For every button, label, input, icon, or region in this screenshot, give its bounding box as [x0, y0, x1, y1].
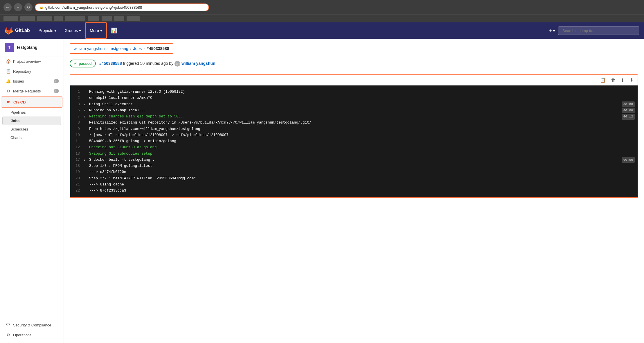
terminal-line: 1Running with gitlab-runner 12.8.0 (1b65…	[73, 89, 635, 95]
sidebar-item-merge-requests[interactable]: ⚙ Merge Requests 0	[0, 86, 64, 96]
merge-requests-icon: ⚙	[6, 89, 11, 93]
terminal-line: 21 ---> Using cache	[73, 182, 635, 188]
line-number: 11	[73, 138, 83, 144]
browser-chrome: ← → ↻ 🔒 gitlab.com/william_yangshun/test…	[0, 0, 644, 15]
scroll-bottom-button[interactable]: ⬇	[629, 77, 635, 83]
bookmark-item[interactable]	[37, 16, 52, 21]
breadcrumb-sep1: ›	[107, 46, 108, 51]
line-toggle[interactable]: ∨	[83, 114, 89, 120]
line-number: 22	[73, 188, 83, 194]
sidebar-item-issues[interactable]: 🔔 Issues 0	[0, 76, 64, 86]
terminal-line: 17∨$ docker build -t testgolang .00:06	[73, 157, 635, 163]
line-number: 17	[73, 157, 83, 163]
line-number: 9	[73, 126, 83, 132]
terminal-line: 8 Reinitialized existing Git repository …	[73, 120, 635, 126]
line-content: on mbp13-local-runner xAmxmYC-	[89, 95, 635, 101]
breadcrumb: william yangshun › testgolang › Jobs › #…	[70, 43, 173, 54]
bookmark-item[interactable]	[54, 16, 63, 21]
line-number: 19	[73, 169, 83, 175]
line-time: 00:00	[622, 101, 635, 108]
line-content: Running on ys-mbp.local...	[89, 108, 622, 114]
project-header[interactable]: T testgolang	[0, 39, 64, 56]
line-toggle[interactable]: ∨	[83, 101, 89, 108]
breadcrumb-jobs[interactable]: Jobs	[133, 46, 142, 51]
terminal-line: 10 * [new ref] refs/pipelines/121098007 …	[73, 132, 635, 138]
terminal-wrapper: 📋 🗑 ⬆ ⬇ 1Running with gitlab-runner 12.8…	[70, 74, 638, 198]
shield-icon: 🛡	[6, 323, 11, 327]
sidebar-item-project-overview[interactable]: 🏠 Project overview	[0, 56, 64, 66]
bookmark-item[interactable]	[65, 16, 85, 21]
gitlab-logo[interactable]: GitLab	[5, 26, 30, 35]
line-number: 13	[73, 151, 83, 157]
main-layout: T testgolang 🏠 Project overview 📋 Reposi…	[0, 39, 644, 343]
plus-icon: ＋	[548, 28, 553, 34]
sidebar-sub-schedules[interactable]: Schedules	[0, 125, 64, 133]
breadcrumb-sep3: ›	[143, 46, 145, 51]
sidebar-item-packages[interactable]: 📦 Packages	[0, 340, 64, 343]
gitlab-navbar: GitLab Projects ▾ Groups ▾ More ▾ 📊 ＋ ▾	[0, 22, 644, 39]
gitlab-fox-icon	[5, 26, 13, 35]
search-input[interactable]	[558, 26, 639, 35]
line-content: $ docker build -t testgolang .	[89, 157, 622, 163]
bookmark-item[interactable]	[88, 16, 99, 21]
terminal-line: 19 ---> c3474fb0f20e	[73, 169, 635, 175]
copy-button[interactable]: 📋	[599, 77, 607, 83]
back-button[interactable]: ←	[3, 3, 12, 11]
sidebar-sub-charts[interactable]: Charts	[0, 133, 64, 142]
line-number: 10	[73, 132, 83, 138]
bookmark-item[interactable]	[20, 16, 35, 21]
nav-projects[interactable]: Projects ▾	[35, 22, 61, 39]
bookmark-item[interactable]	[127, 16, 140, 21]
sidebar-sub-pipelines[interactable]: Pipelines	[0, 108, 64, 117]
terminal-line: 3∨Using Shell executor...00:00	[73, 101, 635, 108]
terminal-line: 12 Checking out 81366f89 as golang...	[73, 144, 635, 151]
line-toggle[interactable]: ∨	[83, 157, 89, 163]
line-number: 21	[73, 182, 83, 188]
line-content: Checking out 81366f89 as golang...	[89, 144, 635, 151]
breadcrumb-user[interactable]: william yangshun	[74, 46, 105, 51]
line-time: 00:12	[622, 114, 635, 120]
nav-groups[interactable]: Groups ▾	[60, 22, 85, 39]
refresh-button[interactable]: ↻	[24, 3, 33, 11]
nav-analytics-icon[interactable]: 📊	[107, 22, 121, 39]
forward-button[interactable]: →	[14, 3, 22, 11]
line-content: Skipping Git submodules setup	[89, 151, 635, 157]
sidebar-item-cicd[interactable]: ✏ CI / CD	[1, 97, 62, 108]
breadcrumb-project[interactable]: testgolang	[109, 46, 128, 51]
line-toggle[interactable]: ∨	[83, 108, 89, 114]
bookmark-item[interactable]	[3, 16, 18, 21]
breadcrumb-current: #450338588	[147, 46, 169, 51]
terminal-line: 18Step 1/7 : FROM golang:latest	[73, 163, 635, 169]
delete-button[interactable]: 🗑	[610, 77, 617, 83]
job-info: #450338588 triggered 50 minutes ago by A…	[99, 61, 215, 67]
line-content: ---> c3474fb0f20e	[89, 169, 635, 175]
sidebar-item-security[interactable]: 🛡 Security & Compliance	[0, 320, 64, 330]
chevron-down-icon: ▾	[100, 28, 102, 33]
sidebar-sub-jobs[interactable]: Jobs	[2, 117, 61, 125]
trigger-text: triggered 50 minutes ago by	[123, 61, 175, 65]
status-badge: ✓ passed	[70, 60, 96, 67]
fullscreen-button[interactable]: ⬆	[620, 77, 626, 83]
sidebar-item-repository[interactable]: 📋 Repository	[0, 66, 64, 76]
repository-icon: 📋	[6, 69, 11, 74]
url-bar[interactable]: 🔒 gitlab.com/william_yangshun/testgolang…	[35, 3, 209, 11]
line-time: 00:06	[622, 157, 635, 163]
bookmark-item[interactable]	[102, 16, 112, 21]
line-time: 00:00	[622, 108, 635, 114]
new-item-button[interactable]: ＋ ▾	[545, 22, 558, 39]
gitlab-text: GitLab	[15, 28, 30, 33]
bookmark-item[interactable]	[114, 16, 124, 21]
chevron-down-icon: ▾	[79, 28, 81, 33]
mr-badge: 0	[54, 89, 59, 93]
breadcrumb-sep2: ›	[130, 46, 132, 51]
terminal-body[interactable]: 1Running with gitlab-runner 12.8.0 (1b65…	[70, 85, 638, 197]
line-number: 3	[73, 101, 83, 108]
terminal-line: 11 584b489..81366f8 golang -> origin/gol…	[73, 138, 635, 144]
line-content: Reinitialized existing Git repository in…	[89, 120, 635, 126]
line-content: 584b489..81366f8 golang -> origin/golang	[89, 138, 635, 144]
sidebar-item-operations[interactable]: ⚙ Operations	[0, 330, 64, 340]
issues-badge: 0	[54, 79, 59, 83]
nav-more[interactable]: More ▾	[85, 22, 107, 39]
line-content: ---> Using cache	[89, 182, 635, 188]
line-content: * [new ref] refs/pipelines/121098007 -> …	[89, 132, 635, 138]
